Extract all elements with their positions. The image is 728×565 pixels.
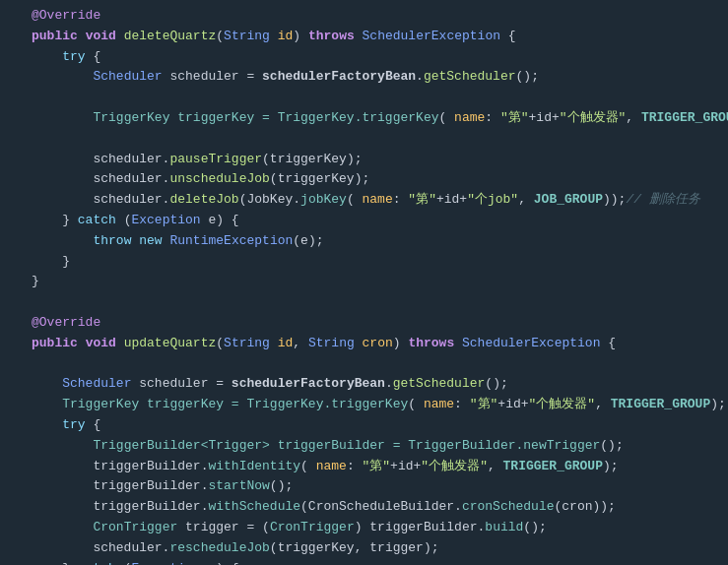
code-line: scheduler.unscheduleJob(triggerKey); (0, 169, 728, 190)
code-line: } catch (Exception e) { (0, 559, 728, 565)
code-line: triggerBuilder.startNow(); (0, 476, 728, 497)
code-line: try { (0, 415, 728, 436)
code-line: } catch (Exception e) { (0, 211, 728, 231)
code-line: } (0, 252, 728, 273)
code-line (0, 88, 728, 108)
code-line: public void updateQuartz(String id, Stri… (0, 334, 728, 354)
code-line: triggerBuilder.withSchedule(CronSchedule… (0, 497, 728, 518)
code-line: TriggerKey triggerKey = TriggerKey.trigg… (0, 395, 728, 415)
code-editor: @Override public void deleteQuartz(Strin… (0, 0, 728, 565)
code-line: scheduler.pauseTrigger(triggerKey); (0, 150, 728, 170)
code-line: public void deleteQuartz(String id) thro… (0, 27, 728, 47)
code-line: Scheduler scheduler = schedulerFactoryBe… (0, 67, 728, 88)
code-line: try { (0, 47, 728, 68)
code-line: scheduler.deleteJob(JobKey.jobKey( name:… (0, 190, 728, 211)
code-line: Scheduler scheduler = schedulerFactoryBe… (0, 374, 728, 395)
code-line (0, 292, 728, 313)
code-line: throw new RuntimeException(e); (0, 231, 728, 252)
code-line: scheduler.rescheduleJob(triggerKey, trig… (0, 538, 728, 559)
code-line: @Override (0, 313, 728, 334)
code-line: TriggerKey triggerKey = TriggerKey.trigg… (0, 108, 728, 129)
code-line (0, 129, 728, 150)
code-line: } (0, 272, 728, 292)
code-line (0, 354, 728, 375)
code-line: TriggerBuilder<Trigger> triggerBuilder =… (0, 436, 728, 457)
code-line: triggerBuilder.withIdentity( name: "第"+i… (0, 457, 728, 477)
code-line: CronTrigger trigger = (CronTrigger) trig… (0, 518, 728, 538)
code-line: @Override (0, 6, 728, 27)
